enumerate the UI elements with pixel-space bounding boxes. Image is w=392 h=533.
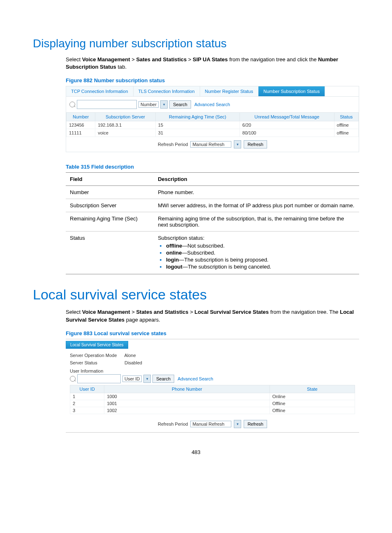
breadcrumb-voice-management: Voice Management: [82, 309, 130, 315]
cell: 80/100: [240, 129, 334, 137]
col-unread-total[interactable]: Unread Message/Total Message: [240, 113, 334, 121]
search-field-select[interactable]: User ID: [122, 375, 142, 382]
text: Select: [66, 309, 82, 315]
text: >: [130, 309, 136, 315]
text: —Not subscribed.: [182, 243, 224, 249]
chevron-down-icon[interactable]: ▾: [143, 375, 151, 383]
col-user-id[interactable]: User ID: [70, 385, 104, 393]
fig882-tabs: TCP Connection Information TLS Connectio…: [66, 86, 359, 97]
cell: 1002: [104, 407, 270, 414]
fig882-table: Number Subscription Server Remaining Agi…: [66, 112, 359, 137]
search-input[interactable]: [77, 374, 121, 383]
text: from the navigation tree. The: [269, 309, 340, 315]
term: offline: [166, 243, 182, 249]
search-button[interactable]: Search: [152, 375, 174, 383]
label: Server Operation Mode: [70, 353, 123, 358]
cell: 31: [155, 129, 240, 137]
tab-tls-connection[interactable]: TLS Connection Information: [134, 86, 200, 96]
figure-883-caption: Figure 883 Local survival service states: [66, 330, 359, 336]
page-number: 483: [33, 449, 359, 455]
refresh-period-label: Refresh Period: [158, 422, 188, 426]
table-315: Field Description Number Phone number. S…: [66, 172, 359, 274]
fig883-footer: Refresh Period Manual Refresh▾ Refresh: [66, 414, 359, 428]
field-name: Remaining Aging Time (Sec): [66, 212, 154, 232]
table-row: 11111 voice 31 80/100 offline: [67, 129, 359, 137]
cell: 123456: [67, 121, 95, 129]
cell: 2: [70, 400, 104, 407]
col-number[interactable]: Number: [67, 113, 95, 121]
cell: offline: [334, 121, 358, 129]
breadcrumb-local-survival: Local Survival Service States: [194, 309, 269, 315]
breadcrumb-sip-ua: SIP UA States: [193, 56, 228, 63]
field-desc: Remaining aging time of the subscription…: [154, 212, 359, 232]
list-item: logout—The subscription is being cancele…: [166, 264, 355, 270]
cell: 1000: [104, 393, 270, 400]
field-name: Status: [66, 232, 154, 274]
search-field-select[interactable]: Number: [138, 101, 159, 108]
cell: 3: [70, 407, 104, 414]
col-status[interactable]: Status: [334, 113, 358, 121]
tab-number-register[interactable]: Number Register Status: [200, 86, 258, 96]
table-row: 2 1001 Offline: [70, 400, 355, 407]
value: Alone: [124, 353, 136, 358]
field-name: Subscription Server: [66, 199, 154, 212]
intro-paragraph-2: Select Voice Management > States and Sta…: [66, 308, 359, 323]
kv-server-status: Server Status Disabled: [70, 360, 359, 365]
desc-row: Remaining Aging Time (Sec) Remaining agi…: [66, 212, 359, 232]
advanced-search-link[interactable]: Advanced Search: [178, 376, 213, 381]
th-description: Description: [154, 173, 359, 186]
text: >: [130, 56, 136, 63]
fig883-searchbar: User ID▾ Search Advanced Search: [70, 374, 355, 383]
col-remaining-aging[interactable]: Remaining Aging Time (Sec): [155, 113, 240, 121]
refresh-button[interactable]: Refresh: [244, 420, 267, 428]
tab-local-survival[interactable]: Local Survival Service States: [66, 341, 128, 349]
fig883-table: User ID Phone Number State 1 1000 Online…: [70, 385, 355, 414]
figure-882: TCP Connection Information TLS Connectio…: [66, 86, 359, 152]
refresh-period-select[interactable]: Manual Refresh: [190, 141, 231, 148]
field-desc: Subscription status: offline—Not subscri…: [154, 232, 359, 274]
list-item: offline—Not subscribed.: [166, 243, 355, 249]
cell: 1: [70, 393, 104, 400]
text: —Subscribed.: [182, 250, 215, 256]
refresh-button[interactable]: Refresh: [244, 140, 267, 148]
text: —The subscription is being canceled.: [182, 264, 271, 270]
desc-row: Status Subscription status: offline—Not …: [66, 232, 359, 274]
tab-number-subscription[interactable]: Number Subscription Status: [258, 86, 325, 96]
field-desc: Phone number.: [154, 186, 359, 199]
term: login: [166, 257, 179, 263]
heading-local-survival: Local survival service states: [33, 287, 359, 303]
chevron-down-icon[interactable]: ▾: [234, 420, 241, 428]
label: Server Status: [70, 360, 123, 365]
table-row: 3 1002 Offline: [70, 407, 355, 414]
text: Select: [66, 56, 82, 63]
cell: 6/20: [240, 121, 334, 129]
cell: 11111: [67, 129, 95, 137]
value: Disabled: [125, 360, 142, 365]
breadcrumb-voice-management: Voice Management: [82, 56, 130, 63]
figure-882-caption: Figure 882 Number subscription status: [66, 77, 359, 83]
table-row: 123456 192.168.3.1 15 6/20 offline: [67, 121, 359, 129]
cell: Offline: [270, 407, 355, 414]
fig883-tabs: Local Survival Service States: [66, 339, 359, 350]
col-phone-number[interactable]: Phone Number: [104, 385, 270, 393]
tab-tcp-connection[interactable]: TCP Connection Information: [66, 86, 134, 96]
table-315-caption: Table 315 Field description: [66, 164, 359, 170]
refresh-period-select[interactable]: Manual Refresh: [190, 421, 231, 427]
chevron-down-icon[interactable]: ▾: [234, 140, 241, 148]
search-input[interactable]: [77, 100, 137, 109]
fig882-footer: Refresh Period Manual Refresh▾ Refresh: [66, 137, 359, 152]
chevron-down-icon[interactable]: ▾: [160, 100, 168, 109]
list-item: online—Subscribed.: [166, 250, 355, 256]
advanced-search-link[interactable]: Advanced Search: [194, 102, 230, 107]
kv-server-op-mode: Server Operation Mode Alone: [70, 353, 359, 358]
col-state[interactable]: State: [270, 385, 355, 393]
col-sub-server[interactable]: Subscription Server: [95, 113, 156, 121]
refresh-period-label: Refresh Period: [158, 142, 188, 147]
cell: 15: [155, 121, 240, 129]
table-row: 1 1000 Online: [70, 393, 355, 400]
text: >: [189, 309, 195, 315]
cell: Offline: [270, 400, 355, 407]
desc-row: Subscription Server MWI server address, …: [66, 199, 359, 212]
search-button[interactable]: Search: [169, 100, 191, 109]
search-icon: [69, 102, 75, 107]
